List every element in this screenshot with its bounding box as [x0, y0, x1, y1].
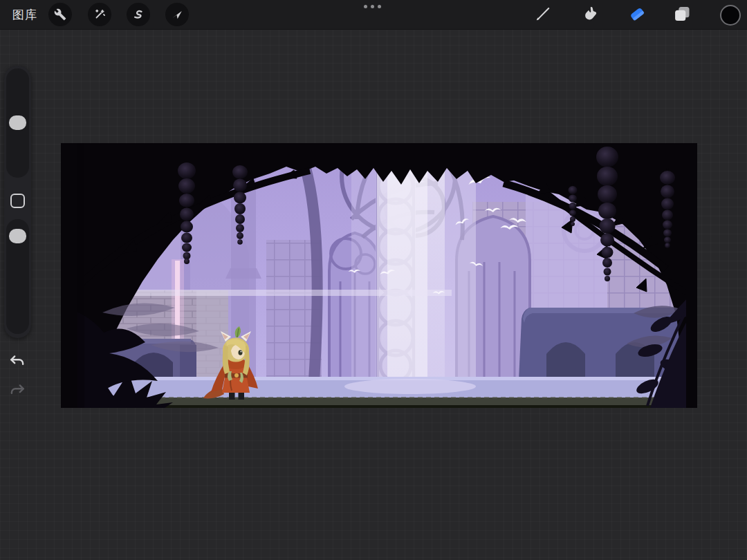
opacity-handle[interactable]	[9, 229, 26, 243]
current-color-icon	[720, 5, 741, 26]
wrench-icon	[54, 8, 66, 21]
eraser-tool-button[interactable]	[625, 3, 649, 28]
redo-button[interactable]	[6, 380, 29, 404]
ellipsis-icon[interactable]	[364, 5, 381, 8]
selection-button[interactable]	[127, 3, 150, 26]
smudge-finger-icon	[581, 5, 599, 26]
actions-button[interactable]	[48, 3, 72, 26]
side-toolbar	[4, 66, 31, 338]
brush-size-handle[interactable]	[9, 115, 26, 130]
layers-icon	[672, 4, 692, 26]
modify-square-icon[interactable]	[10, 194, 25, 208]
adjustments-button[interactable]	[88, 3, 111, 26]
layers-button[interactable]	[670, 3, 694, 28]
brush-icon	[534, 5, 552, 26]
color-swatch[interactable]	[718, 3, 743, 28]
eraser-icon	[627, 4, 647, 26]
brush-tool-button[interactable]	[531, 3, 555, 28]
artwork-cathedral-scene	[61, 143, 697, 408]
gallery-button[interactable]: 图库	[12, 7, 37, 23]
top-toolbar: 图库	[0, 0, 747, 30]
drawing-canvas[interactable]	[61, 143, 697, 408]
redo-arrow-icon	[8, 382, 26, 402]
selection-s-icon	[132, 8, 145, 21]
smudge-tool-button[interactable]	[578, 3, 602, 28]
magic-wand-icon	[93, 8, 106, 21]
transform-button[interactable]	[165, 3, 189, 26]
app-window: 图库	[0, 0, 747, 560]
transform-arrow-icon	[171, 8, 183, 21]
undo-arrow-icon	[8, 353, 26, 373]
undo-button[interactable]	[6, 351, 29, 375]
